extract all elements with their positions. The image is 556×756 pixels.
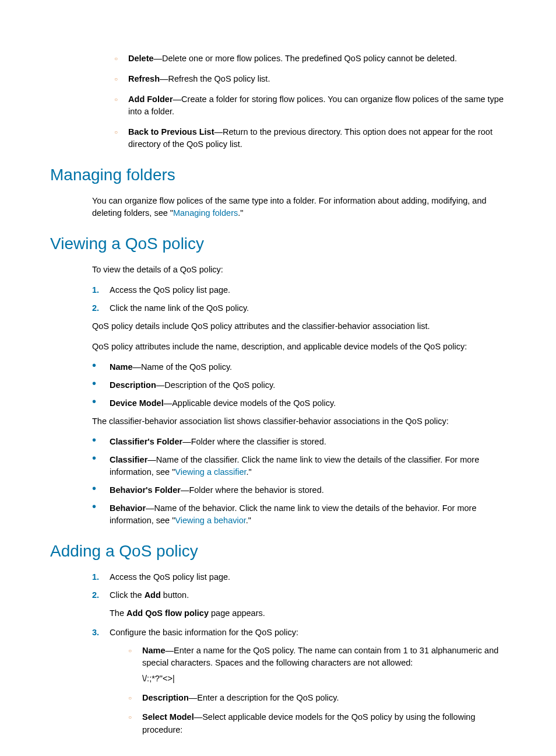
list-item: • Behavior—Name of the behavior. Click t…: [92, 502, 506, 527]
heading-managing-folders: Managing folders: [50, 166, 506, 184]
ordered-list: 1. Access the QoS policy list page. 2. C…: [92, 571, 506, 601]
paragraph: QoS policy details include QoS policy at…: [92, 320, 506, 332]
top-option-list: ○ Delete—Delete one or more flow polices…: [114, 52, 506, 150]
heading-viewing-qos-policy: Viewing a QoS policy: [50, 235, 506, 253]
link-viewing-behavior[interactable]: Viewing a behavior: [175, 516, 245, 525]
item-text: Description—Description of the QoS polic…: [110, 379, 275, 391]
list-item: ○ Back to Previous List—Return to the pr…: [114, 126, 506, 150]
list-item: ○ Name—Enter a name for the QoS policy. …: [128, 645, 506, 685]
list-item: ○ Select Model—Select applicable device …: [128, 711, 506, 736]
item-text: Description—Enter a description for the …: [142, 692, 339, 704]
item-text: Classifier's Folder—Folder where the cla…: [110, 436, 326, 448]
dot-bullet-icon: •: [92, 484, 110, 496]
ordered-list: 3. Configure the basic information for t…: [92, 626, 506, 639]
list-item: 2. Click the Add button.: [92, 589, 506, 601]
list-item: ○ Description—Enter a description for th…: [128, 692, 506, 704]
ordered-list: 1. Access the QoS policy list page. 2. C…: [92, 284, 506, 314]
nested-sub-list: ○ Name—Enter a name for the QoS policy. …: [128, 645, 506, 736]
list-item: • Name—Name of the QoS policy.: [92, 361, 506, 373]
item-text: Behavior's Folder—Folder where the behav…: [110, 484, 324, 496]
document-page: ○ Delete—Delete one or more flow polices…: [0, 0, 556, 756]
paragraph: You can organize flow polices of the sam…: [92, 195, 506, 219]
list-item: • Behavior's Folder—Folder where the beh…: [92, 484, 506, 496]
dot-bullet-icon: •: [92, 361, 110, 373]
list-item: 3. Configure the basic information for t…: [92, 626, 506, 639]
step-number: 1.: [92, 571, 110, 583]
item-text: Classifier—Name of the classifier. Click…: [110, 454, 506, 478]
bullet-list: • Name—Name of the QoS policy. • Descrip…: [92, 361, 506, 410]
dot-bullet-icon: •: [92, 436, 110, 448]
item-text: Add Folder—Create a folder for storing f…: [128, 93, 506, 118]
dot-bullet-icon: •: [92, 379, 110, 391]
item-text: Select Model—Select applicable device mo…: [142, 711, 506, 736]
item-text: Device Model—Applicable device models of…: [110, 397, 336, 410]
item-text: Behavior—Name of the behavior. Click the…: [110, 502, 506, 527]
item-text: Click the Add button.: [110, 589, 189, 601]
step-number: 1.: [92, 284, 110, 296]
paragraph: QoS policy attributes include the name, …: [92, 341, 506, 353]
item-text: Name—Enter a name for the QoS policy. Th…: [142, 645, 506, 685]
bullet-list: • Classifier's Folder—Folder where the c…: [92, 436, 506, 527]
item-text: Delete—Delete one or more flow polices. …: [128, 52, 457, 65]
step-number: 2.: [92, 302, 110, 314]
dot-bullet-icon: •: [92, 502, 110, 527]
list-item: • Device Model—Applicable device models …: [92, 397, 506, 410]
circle-bullet-icon: ○: [128, 647, 132, 685]
dot-bullet-icon: •: [92, 397, 110, 410]
item-text: Refresh—Refresh the QoS policy list.: [128, 73, 270, 85]
circle-bullet-icon: ○: [114, 75, 118, 85]
list-item: ○ Refresh—Refresh the QoS policy list.: [114, 73, 506, 85]
step-body: The Add QoS flow policy page appears.: [110, 607, 506, 620]
paragraph: To view the details of a QoS policy:: [92, 264, 506, 276]
list-item: ○ Add Folder—Create a folder for storing…: [114, 93, 506, 118]
list-item: • Classifier's Folder—Folder where the c…: [92, 436, 506, 448]
heading-adding-qos-policy: Adding a QoS policy: [50, 542, 506, 561]
circle-bullet-icon: ○: [128, 694, 132, 704]
list-item: • Description—Description of the QoS pol…: [92, 379, 506, 391]
circle-bullet-icon: ○: [114, 128, 118, 150]
step-number: 2.: [92, 589, 110, 601]
circle-bullet-icon: ○: [114, 55, 118, 65]
list-item: 2. Click the name link of the QoS policy…: [92, 302, 506, 314]
paragraph: The classifier-behavior association list…: [92, 415, 506, 428]
dot-bullet-icon: •: [92, 454, 110, 478]
item-text: Back to Previous List—Return to the prev…: [128, 126, 506, 150]
step-number: 3.: [92, 626, 110, 639]
circle-bullet-icon: ○: [128, 713, 132, 736]
list-item: ○ Delete—Delete one or more flow polices…: [114, 52, 506, 65]
circle-bullet-icon: ○: [114, 96, 118, 118]
list-item: • Classifier—Name of the classifier. Cli…: [92, 454, 506, 478]
link-viewing-classifier[interactable]: Viewing a classifier: [175, 467, 246, 477]
item-text: Name—Name of the QoS policy.: [110, 361, 232, 373]
link-managing-folders[interactable]: Managing folders: [173, 208, 238, 218]
list-item: 1. Access the QoS policy list page.: [92, 284, 506, 296]
list-item: 1. Access the QoS policy list page.: [92, 571, 506, 583]
